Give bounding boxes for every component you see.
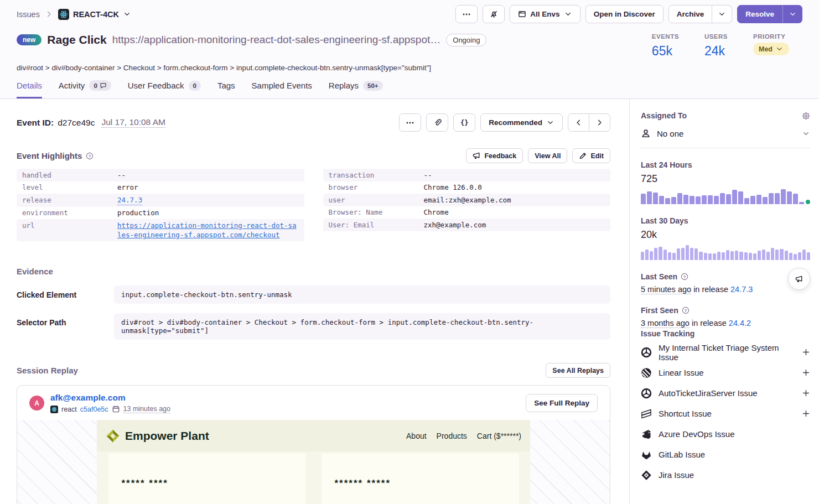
chart-bar	[763, 197, 768, 205]
chevron-down-icon	[789, 10, 797, 18]
issue-tracking-label: Azure DevOps Issue	[659, 429, 735, 439]
environment-filter-button[interactable]: All Envs	[510, 5, 580, 23]
highlight-row: levelerror	[17, 181, 304, 194]
events-value[interactable]: 65k	[652, 44, 679, 59]
highlight-value[interactable]: 24.7.3	[117, 195, 142, 206]
chart-bar	[738, 191, 743, 204]
chevron-down-icon	[123, 10, 131, 18]
highlight-value: production	[117, 208, 159, 218]
tab-details[interactable]: Details	[17, 80, 42, 98]
event-highlights-title: Event Highlights ?	[17, 151, 94, 160]
mute-alerts-button[interactable]	[483, 5, 505, 23]
issue-title: Rage Click	[47, 33, 106, 46]
assignee-selector[interactable]: No one	[641, 128, 810, 148]
evidence-label: Selector Path	[17, 313, 114, 327]
react-project-icon	[58, 9, 69, 20]
event-sort-dropdown[interactable]: Recommended	[480, 113, 563, 132]
chart-bar	[717, 252, 720, 260]
event-more-button[interactable]	[399, 113, 421, 132]
pencil-icon	[579, 152, 587, 160]
gear-icon[interactable]	[802, 112, 810, 120]
replay-user-link[interactable]: afk@example.com	[50, 393, 126, 402]
chart-bar	[677, 193, 682, 204]
first-seen-time[interactable]: 3 months ago	[641, 319, 690, 328]
view-json-button[interactable]: {}	[453, 113, 475, 132]
issue-tracking-item[interactable]: Azure DevOps Issue	[641, 428, 810, 440]
event-sort-label: Recommended	[489, 118, 542, 127]
see-full-replay-button[interactable]: See Full Replay	[526, 394, 598, 412]
highlight-key: Browser: Name	[329, 207, 424, 217]
feedback-button[interactable]: Feedback	[466, 148, 523, 163]
view-all-button[interactable]: View All	[528, 148, 567, 163]
first-seen-joiner: in release	[692, 319, 727, 328]
project-selector[interactable]: REACT-4CK	[58, 9, 131, 20]
chart-bar	[785, 251, 788, 260]
previous-event-button[interactable]	[568, 113, 589, 132]
issue-tracking-item[interactable]: AutoTicketJiraServer Issue	[641, 387, 810, 399]
issue-tracking-item[interactable]: My Internal Ticket Triage System Issue	[641, 346, 810, 358]
highlight-row: release24.7.3	[17, 194, 304, 207]
last-30-days-chart[interactable]	[641, 245, 810, 260]
issue-tracking-label: Jira Issue	[659, 470, 694, 480]
add-issue-button[interactable]	[802, 409, 810, 418]
add-issue-button[interactable]	[802, 389, 810, 397]
highlight-key: level	[22, 183, 117, 193]
users-value[interactable]: 24k	[704, 44, 728, 59]
next-event-button[interactable]	[589, 113, 610, 132]
replay-time-ago[interactable]: 13 minutes ago	[123, 405, 170, 413]
copy-link-button[interactable]	[426, 113, 448, 132]
chart-bar	[787, 191, 792, 204]
replay-viewport[interactable]: Empower Plant AboutProductsCart ($******…	[17, 420, 610, 504]
tab-sampled-events[interactable]: Sampled Events	[252, 80, 312, 98]
issue-tracking-item[interactable]: Shortcut Issue	[641, 407, 810, 420]
edit-highlights-button[interactable]: Edit	[572, 148, 610, 163]
live-indicator-dot	[806, 200, 810, 204]
chart-bar	[671, 197, 676, 205]
see-all-replays-button[interactable]: See All Replays	[546, 363, 610, 378]
chart-bar	[799, 202, 804, 204]
tab-badge: 0	[189, 81, 201, 91]
question-icon[interactable]: ?	[682, 306, 690, 314]
archive-button[interactable]: Archive	[668, 5, 713, 23]
last-24-hours-chart[interactable]	[641, 189, 810, 204]
evidence-row: Selector Pathdiv#root > div#body-contain…	[17, 313, 610, 340]
floating-feedback-button[interactable]	[788, 268, 810, 290]
chevron-down-icon	[546, 118, 554, 127]
tab-replays[interactable]: Replays50+	[329, 80, 383, 98]
highlight-key: user	[329, 195, 424, 205]
tab-tags[interactable]: Tags	[217, 80, 235, 98]
replay-id-link[interactable]: c5af0e5c	[80, 406, 108, 413]
add-issue-button[interactable]	[802, 368, 810, 377]
status-badge: Ongoing	[446, 34, 486, 46]
tab-label: Replays	[329, 81, 359, 90]
question-icon[interactable]: ?	[681, 273, 688, 280]
chart-bar	[802, 250, 806, 260]
tab-badge: 0	[89, 80, 111, 91]
last-24-hours-title: Last 24 Hours	[641, 160, 810, 169]
first-seen-release-link[interactable]: 24.4.2	[729, 319, 751, 328]
tab-badge: 50+	[363, 81, 383, 91]
issue-tracking-item[interactable]: GitLab Issue	[641, 448, 810, 461]
event-timestamp[interactable]: Jul 17, 10:08 AM	[101, 117, 165, 128]
chart-bar	[771, 248, 774, 260]
priority-selector[interactable]: Med	[753, 43, 789, 55]
evidence-title: Evidence	[17, 267, 610, 276]
issue-tracking-item[interactable]: Jira Issue	[641, 469, 810, 481]
breadcrumb-issues-link[interactable]: Issues	[17, 10, 40, 19]
resolve-button[interactable]: Resolve	[737, 5, 782, 23]
more-actions-button[interactable]	[455, 5, 478, 23]
archive-dropdown-button[interactable]	[712, 5, 732, 23]
users-label: USERS	[704, 33, 728, 40]
highlight-key: release	[22, 195, 117, 206]
last-seen-time[interactable]: 5 minutes ago	[641, 285, 691, 294]
add-issue-button[interactable]	[802, 348, 810, 356]
open-in-discover-button[interactable]: Open in Discover	[585, 5, 664, 23]
highlight-value[interactable]: https://application-monitoring-react-dot…	[117, 221, 299, 240]
last-seen-release-link[interactable]: 24.7.3	[730, 285, 753, 294]
info-icon[interactable]: ?	[86, 152, 94, 160]
issue-tracking-item[interactable]: Linear Issue	[641, 366, 810, 379]
resolve-dropdown-button[interactable]	[782, 5, 802, 23]
tab-activity[interactable]: Activity0	[59, 80, 111, 98]
ellipsis-icon	[462, 10, 471, 19]
tab-user-feedback[interactable]: User Feedback0	[128, 80, 201, 98]
